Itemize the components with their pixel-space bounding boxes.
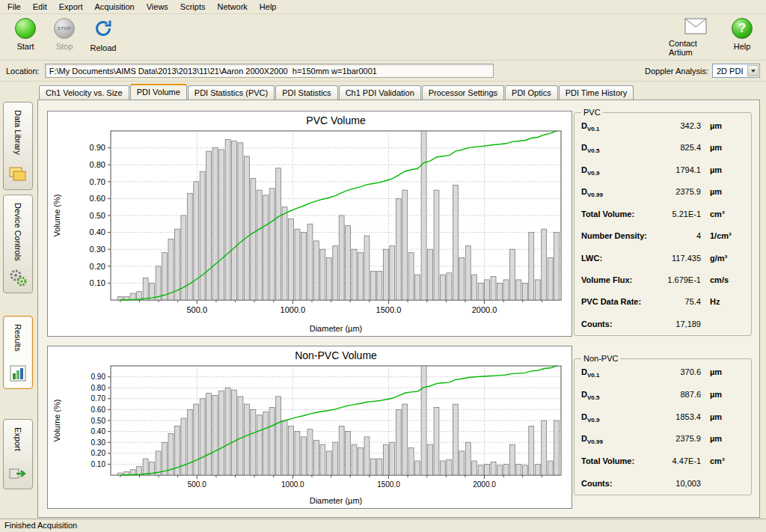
menu-item-file[interactable]: File (1, 1, 27, 13)
stat-unit: g/m³ (710, 254, 744, 263)
start-button[interactable]: Start (6, 18, 45, 51)
svg-text:2000.0: 2000.0 (472, 305, 497, 314)
toolbar: Start STOP Stop Reload Contact Artium ? (0, 14, 766, 61)
sidebar-item-export[interactable]: Export (3, 419, 33, 489)
stat-label: DV0.99 (581, 434, 603, 445)
stat-label: LWC: (581, 254, 602, 265)
stat-unit: cm³ (710, 456, 744, 465)
menu-item-scripts[interactable]: Scripts (174, 1, 212, 13)
reload-button[interactable]: Reload (84, 18, 123, 52)
svg-text:0.90: 0.90 (91, 373, 106, 381)
status-bar: Finished Acquisition (0, 519, 766, 532)
menu-item-network[interactable]: Network (211, 1, 253, 13)
svg-text:0.10: 0.10 (91, 460, 106, 468)
svg-text:Diameter (µm): Diameter (µm) (310, 324, 363, 333)
sidebar-item-device-controls[interactable]: Device Controls (3, 195, 33, 293)
svg-text:0.70: 0.70 (90, 177, 105, 186)
svg-text:Diameter (µm): Diameter (µm) (310, 496, 363, 505)
stat-value: 4 (696, 231, 701, 240)
sidebar-item-data-library[interactable]: Data Library (3, 102, 33, 190)
stat-unit: µm (710, 412, 744, 421)
svg-text:0.50: 0.50 (90, 211, 105, 220)
stat-row: Counts: 17,189 (581, 319, 744, 331)
svg-text:0.80: 0.80 (91, 384, 106, 392)
stat-value: 17,189 (675, 319, 701, 328)
stat-unit: µm (710, 143, 744, 152)
doppler-analysis-label: Doppler Analysis: (645, 67, 708, 76)
help-icon: ? (732, 18, 753, 39)
svg-text:0.40: 0.40 (91, 427, 106, 435)
tab-pdi-volume[interactable]: PDI Volume (130, 84, 187, 100)
svg-text:0.80: 0.80 (90, 160, 105, 169)
non-pvc-group-title: Non-PVC (581, 354, 620, 363)
stat-row: DV0.1 370.6 µm (581, 367, 744, 379)
tab-processor-settings[interactable]: Processor Settings (422, 85, 504, 100)
stat-label: DV0.5 (581, 143, 599, 154)
svg-text:Volume (%): Volume (%) (52, 195, 61, 237)
status-text: Finished Acquisition (4, 521, 77, 530)
stat-value: 5.21E-1 (672, 210, 701, 218)
sidebar-item-results[interactable]: Results (3, 316, 33, 389)
sidebar-item-label: Device Controls (13, 203, 22, 261)
stop-button[interactable]: STOP Stop (45, 18, 84, 51)
tab-pdi-statistics[interactable]: PDI Statistics (275, 85, 337, 100)
menu-item-edit[interactable]: Edit (27, 1, 53, 13)
tab-ch1-velocity-vs-size[interactable]: Ch1 Velocity vs. Size (39, 85, 129, 100)
stat-row: DV0.99 2375.9 µm (581, 434, 744, 445)
stat-row: DV0.9 1794.1 µm (581, 165, 744, 177)
non-pvc-volume-chart-box: Non-PVC Volume0.100.200.300.400.500.600.… (47, 346, 572, 509)
stat-label: DV0.99 (581, 187, 603, 198)
svg-text:1500.0: 1500.0 (376, 305, 402, 314)
stat-label: Number Density: (581, 231, 647, 242)
stat-row: DV0.9 1853.4 µm (581, 412, 744, 424)
svg-text:0.50: 0.50 (91, 417, 106, 425)
sidebar-item-label: Export (13, 427, 22, 451)
stat-label: Counts: (581, 319, 613, 331)
menu-item-acquisition[interactable]: Acquisition (89, 1, 141, 13)
start-label: Start (16, 42, 34, 51)
menu-item-help[interactable]: Help (254, 1, 283, 13)
stats-column: PVC DV0.1 342.3 µm DV0.5 825.4 µm DV0.9 (574, 108, 752, 513)
combo-dropdown-button[interactable] (747, 65, 759, 76)
contact-artium-label: Contact Artium (669, 39, 723, 57)
stat-value: 1.679E-1 (667, 275, 701, 284)
tab-pdi-time-history[interactable]: PDI Time History (559, 85, 634, 100)
stat-label: Total Volume: (581, 456, 634, 468)
svg-text:0.20: 0.20 (91, 449, 106, 457)
stat-value: 1794.1 (675, 165, 701, 174)
contact-artium-button[interactable]: Contact Artium (669, 18, 723, 57)
svg-text:0.60: 0.60 (90, 194, 105, 203)
help-button[interactable]: ? Help (723, 18, 762, 57)
stat-value: 1853.4 (675, 412, 701, 421)
export-icon (8, 465, 28, 484)
svg-text:0.10: 0.10 (90, 278, 105, 287)
svg-text:1500.0: 1500.0 (377, 480, 400, 489)
stat-unit: 1/cm³ (710, 231, 744, 240)
location-input[interactable] (45, 64, 494, 78)
pvc-group-title: PVC (581, 108, 603, 117)
stat-label: Counts: (581, 479, 613, 490)
stat-row: Total Volume: 5.21E-1 cm³ (581, 210, 744, 221)
stat-label: DV0.1 (581, 367, 599, 379)
tab-pane-pdi-volume: PVC Volume0.100.200.300.400.500.600.700.… (37, 100, 760, 518)
doppler-analysis-value: 2D PDI (717, 67, 743, 76)
stat-label: DV0.9 (581, 165, 599, 177)
chevron-down-icon (751, 70, 756, 73)
stat-value: 4.47E-1 (672, 456, 701, 465)
stat-value: 887.6 (680, 390, 701, 399)
pvc-volume-chart: PVC Volume0.100.200.300.400.500.600.700.… (48, 111, 572, 336)
device-controls-icon (8, 269, 28, 288)
tab-pdi-optics[interactable]: PDI Optics (505, 85, 558, 100)
envelope-icon (684, 18, 707, 36)
tab-ch1-pdi-validation[interactable]: Ch1 PDI Validation (339, 85, 421, 100)
stat-value: 342.3 (680, 121, 701, 130)
doppler-analysis-select[interactable]: 2D PDI (712, 64, 760, 78)
sidebar: Data Library Device Controls Results Exp… (2, 102, 35, 489)
reload-label: Reload (91, 43, 117, 52)
non-pvc-volume-chart: Non-PVC Volume0.100.200.300.400.500.600.… (48, 346, 572, 508)
menu-item-export[interactable]: Export (53, 1, 89, 13)
tab-pdi-statistics-pvc-[interactable]: PDI Statistics (PVC) (188, 85, 275, 100)
menu-item-views[interactable]: Views (141, 1, 174, 13)
data-library-icon (8, 165, 28, 185)
location-row: Location: Doppler Analysis: 2D PDI (0, 61, 766, 82)
